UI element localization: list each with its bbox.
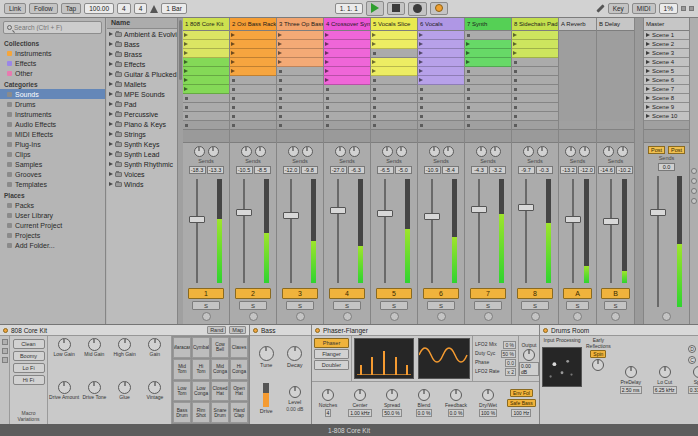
send-a-knob[interactable] [565,146,576,157]
folder-row[interactable]: Strings [107,129,177,139]
volume-value[interactable]: -6.3 [348,166,365,174]
browser-item[interactable]: Current Project [0,220,105,230]
expand-arrow-icon[interactable] [109,112,113,116]
send-a-knob[interactable] [288,146,299,157]
param-knob[interactable] [322,389,334,401]
solo-button[interactable]: S [474,301,502,310]
clip-slot[interactable] [277,112,323,121]
device-on-toggle[interactable] [253,328,258,333]
folder-row[interactable]: Winds [107,179,177,189]
search-input[interactable] [14,24,94,31]
clip-slot[interactable] [183,94,229,103]
mode-button[interactable]: Phaser [314,338,349,348]
clip-slot[interactable] [371,85,417,94]
folder-row[interactable]: Mallets [107,79,177,89]
scene-slot[interactable]: Scene 8 [644,94,689,103]
track-activator[interactable]: 5 [376,288,413,299]
volume-fader[interactable] [424,213,440,220]
arm-button[interactable] [484,312,493,321]
volume-value[interactable]: -5.0 [395,166,412,174]
clip-slot[interactable] [324,31,370,40]
browser-section-header[interactable]: Categories [0,78,105,89]
midi-map-button[interactable]: MIDI [632,3,656,14]
expand-arrow-icon[interactable] [109,92,113,96]
volume-fader[interactable] [236,209,252,216]
clip-slot[interactable] [230,94,276,103]
master-volume-value[interactable]: 0.0 [658,163,675,171]
expand-arrow-icon[interactable] [109,62,113,66]
scene-play-icon[interactable] [646,51,650,55]
drum-pad[interactable]: Cymbal [192,337,210,358]
browser-item[interactable]: Instruments [0,109,105,119]
drum-pad[interactable]: Mid Tom [173,359,191,380]
browser-item[interactable]: Projects [0,230,105,240]
drum-pad[interactable]: Hand Clap [230,402,248,423]
macro-knob[interactable] [148,338,161,351]
track-activator[interactable]: 1 [188,288,225,299]
master-stop-row[interactable] [644,121,689,130]
drum-pad[interactable]: Bass Drum [173,402,191,423]
arm-button[interactable] [202,312,211,321]
volume-fader[interactable] [603,218,619,225]
browser-item[interactable]: Effects [0,58,105,68]
clip-slot[interactable] [277,94,323,103]
drum-pad[interactable]: Claves [230,337,248,358]
lfo2-param[interactable]: LFO2 Mix 0 % [475,341,516,349]
arm-button[interactable] [296,312,305,321]
clip-slot[interactable] [183,31,229,40]
map-button[interactable]: Map [229,326,246,334]
io-show-toggle[interactable] [691,168,697,174]
clip-slot[interactable] [512,49,558,58]
returns-show-toggle[interactable] [691,188,697,194]
stop-button[interactable] [387,2,405,15]
macro-knob[interactable] [88,338,101,351]
track-header[interactable]: 2 Oxi Bass Rack [230,18,276,31]
macro-knob[interactable] [58,381,71,394]
send-b-knob[interactable] [537,146,548,157]
clip-slot[interactable] [371,40,417,49]
browser-section-header[interactable]: Collections [0,37,105,48]
spin-toggle[interactable]: Spin [590,350,606,358]
drum-pad[interactable]: Rim Shot [192,402,210,423]
clip-slot[interactable] [371,112,417,121]
draw-mode-icon[interactable] [596,4,604,12]
folder-row[interactable]: Bass [107,39,177,49]
scene-slot[interactable]: Scene 6 [644,76,689,85]
key-map-button[interactable]: Key [608,3,629,14]
scene-play-icon[interactable] [646,96,650,100]
scene-play-icon[interactable] [646,78,650,82]
param-knob[interactable] [625,366,637,378]
clip-slot[interactable] [230,49,276,58]
solo-button[interactable]: S [239,301,267,310]
tempo-field[interactable]: 100.00 [84,3,114,14]
clip-slot[interactable] [418,85,464,94]
clip-slot[interactable] [465,94,511,103]
clip-slot[interactable] [371,76,417,85]
lfo2-param[interactable]: LFO2 Rate x 2 [475,368,516,376]
arm-button[interactable] [249,312,258,321]
send-a-knob[interactable] [382,146,393,157]
scene-slot[interactable]: Scene 10 [644,112,689,121]
track-header[interactable]: B Delay [597,18,634,31]
device-on-toggle[interactable] [315,328,320,333]
volume-value[interactable]: -8.5 [254,166,271,174]
clip-stop-slot[interactable] [277,121,323,130]
send-b-knob[interactable] [302,146,313,157]
send-a-knob[interactable] [476,146,487,157]
drum-pad[interactable]: Snare Drum [211,402,229,423]
volume-value[interactable]: -12.0 [578,166,595,174]
send-a-knob[interactable] [603,146,614,157]
expand-arrow-icon[interactable] [109,122,113,126]
expand-arrow-icon[interactable] [109,182,113,186]
clip-slot[interactable] [418,103,464,112]
arm-button[interactable] [611,312,620,321]
track-header[interactable]: 8 Sidechain Pad [512,18,558,31]
folder-row[interactable]: Voices [107,169,177,179]
solo-button[interactable]: S [521,301,549,310]
clip-stop-slot[interactable] [597,121,634,130]
arm-button[interactable] [573,312,582,321]
drum-pad[interactable]: Closed Hat [211,381,229,402]
clip-slot[interactable] [371,58,417,67]
folder-row[interactable]: Synth Keys [107,139,177,149]
clip-slot[interactable] [277,31,323,40]
